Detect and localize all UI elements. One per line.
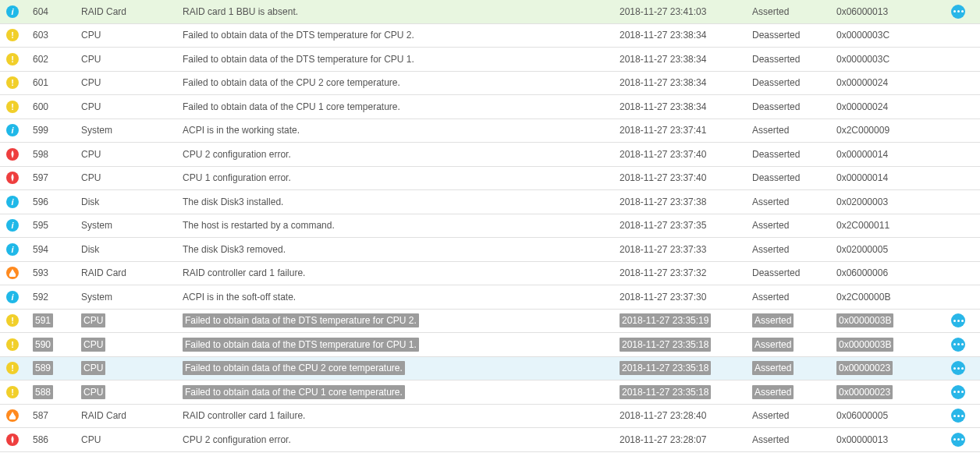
table-row[interactable]: i592SystemACPI is in the soft-off state.…: [0, 285, 980, 310]
more-icon[interactable]: [951, 361, 965, 375]
event-state: Deasserted: [752, 149, 836, 160]
event-time: 2018-11-27 23:37:30: [620, 292, 752, 303]
table-row[interactable]: !589CPUFailed to obtain data of the CPU …: [0, 357, 980, 381]
event-state: Asserted: [752, 6, 836, 17]
more-icon[interactable]: [951, 313, 965, 327]
event-component: System: [81, 125, 183, 136]
table-row[interactable]: !602CPUFailed to obtain data of the DTS …: [0, 48, 980, 72]
severity-cell: i: [3, 291, 33, 303]
event-code: 0x06000006: [836, 267, 946, 278]
more-cell: [946, 433, 971, 447]
table-row[interactable]: i599SystemACPI is in the working state.2…: [0, 119, 980, 143]
more-cell: [946, 313, 971, 327]
event-state: Deasserted: [752, 172, 836, 183]
warning-icon: !: [6, 101, 19, 113]
table-row[interactable]: 587RAID CardRAID controller card 1 failu…: [0, 405, 980, 429]
event-state: Asserted: [752, 410, 836, 421]
event-time: 2018-11-27 23:35:18: [620, 385, 752, 399]
error-icon: [6, 148, 19, 161]
table-row[interactable]: !601CPUFailed to obtain data of the CPU …: [0, 72, 980, 96]
event-description: RAID controller card 1 failure.: [183, 410, 620, 421]
event-code: 0x0000003C: [836, 30, 946, 41]
event-time: 2018-11-27 23:28:07: [620, 434, 752, 445]
event-time: 2018-11-27 23:38:34: [620, 30, 752, 41]
severity-cell: !: [3, 338, 33, 351]
event-id: 602: [33, 54, 81, 65]
event-time: 2018-11-27 23:37:33: [620, 244, 752, 255]
event-code: 0x00000013: [836, 434, 946, 445]
table-row[interactable]: i604RAID CardRAID card 1 BBU is absent.2…: [0, 0, 980, 24]
event-time: 2018-11-27 23:37:40: [620, 149, 752, 160]
event-id: 590: [33, 338, 81, 352]
event-state: Asserted: [752, 385, 836, 399]
severity-cell: [3, 409, 33, 422]
event-description: Failed to obtain data of the CPU 2 core …: [183, 361, 620, 375]
event-code: 0x2C00000B: [836, 292, 946, 303]
event-id: 597: [33, 172, 81, 183]
event-component: CPU: [81, 434, 183, 445]
event-description: Failed to obtain data of the CPU 1 core …: [183, 385, 620, 399]
info-icon: i: [6, 219, 19, 232]
event-state: Asserted: [752, 313, 836, 327]
table-row[interactable]: !600CPUFailed to obtain data of the CPU …: [0, 95, 980, 119]
event-description: The disk Disk3 installed.: [183, 196, 620, 207]
table-row[interactable]: !588CPUFailed to obtain data of the CPU …: [0, 380, 980, 405]
event-time: 2018-11-27 23:37:32: [620, 267, 752, 278]
event-id: 587: [33, 410, 81, 421]
event-component: System: [81, 220, 183, 231]
event-description: CPU 1 configuration error.: [183, 172, 620, 183]
more-icon[interactable]: [951, 338, 965, 352]
more-icon[interactable]: [951, 5, 965, 19]
more-icon[interactable]: [951, 433, 965, 447]
table-row[interactable]: i594DiskThe disk Disk3 removed.2018-11-2…: [0, 238, 980, 262]
table-row[interactable]: !590CPUFailed to obtain data of the DTS …: [0, 333, 980, 357]
table-row[interactable]: 586CPUCPU 2 configuration error.2018-11-…: [0, 428, 980, 452]
event-description: ACPI is in the working state.: [183, 125, 620, 136]
more-cell: [946, 385, 971, 399]
event-code: 0x02000005: [836, 244, 946, 255]
event-code: 0x00000014: [836, 172, 946, 183]
severity-cell: !: [3, 53, 33, 65]
table-row[interactable]: 593RAID CardRAID controller card 1 failu…: [0, 262, 980, 286]
more-icon[interactable]: [951, 409, 965, 423]
event-component: Disk: [81, 196, 183, 207]
event-description: ACPI is in the soft-off state.: [183, 292, 620, 303]
event-code: 0x00000014: [836, 149, 946, 160]
event-component: CPU: [81, 54, 183, 65]
table-row[interactable]: !591CPUFailed to obtain data of the DTS …: [0, 310, 980, 334]
event-log-table: i604RAID CardRAID card 1 BBU is absent.2…: [0, 0, 980, 452]
warning-icon: !: [6, 29, 19, 41]
error-icon: [6, 172, 19, 184]
table-row[interactable]: i596DiskThe disk Disk3 installed.2018-11…: [0, 190, 980, 214]
event-description: CPU 2 configuration error.: [183, 149, 620, 160]
event-state: Asserted: [752, 244, 836, 255]
table-row[interactable]: !603CPUFailed to obtain data of the DTS …: [0, 24, 980, 48]
event-state: Deasserted: [752, 101, 836, 112]
severity-cell: [3, 148, 33, 161]
event-id: 594: [33, 244, 81, 255]
table-row[interactable]: 597CPUCPU 1 configuration error.2018-11-…: [0, 167, 980, 191]
event-code: 0x2C000011: [836, 220, 946, 231]
event-id: 599: [33, 125, 81, 136]
event-code: 0x00000023: [836, 361, 946, 375]
warning-icon: !: [6, 53, 19, 65]
event-code: 0x0000003B: [836, 338, 946, 352]
event-description: Failed to obtain data of the DTS tempera…: [183, 30, 620, 41]
event-state: Asserted: [752, 196, 836, 207]
event-id: 601: [33, 77, 81, 88]
severity-cell: i: [3, 243, 33, 256]
table-row[interactable]: i595SystemThe host is restarted by a com…: [0, 214, 980, 239]
event-time: 2018-11-27 23:38:34: [620, 54, 752, 65]
event-state: Deasserted: [752, 267, 836, 278]
event-description: Failed to obtain data of the DTS tempera…: [183, 54, 620, 65]
event-description: RAID card 1 BBU is absent.: [183, 6, 620, 17]
event-component: CPU: [81, 172, 183, 183]
event-id: 603: [33, 30, 81, 41]
more-icon[interactable]: [951, 385, 965, 399]
table-row[interactable]: 598CPUCPU 2 configuration error.2018-11-…: [0, 143, 980, 167]
event-time: 2018-11-27 23:38:34: [620, 77, 752, 88]
severity-cell: i: [3, 124, 33, 136]
event-component: CPU: [81, 338, 183, 352]
event-id: 588: [33, 385, 81, 399]
event-description: Failed to obtain data of the DTS tempera…: [183, 338, 620, 352]
